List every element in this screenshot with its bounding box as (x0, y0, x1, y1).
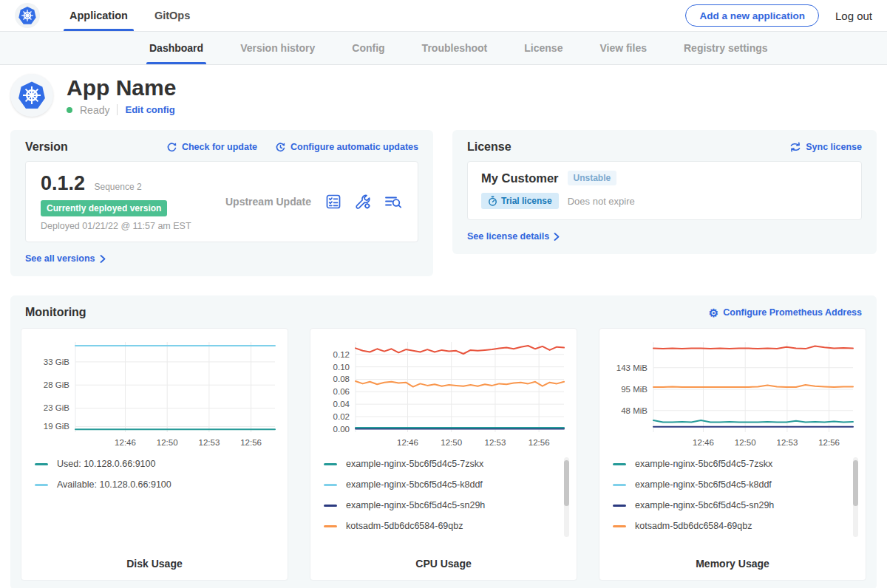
legend-item[interactable]: example-nginx-5bc6f5d4c5-7zskx (324, 459, 557, 469)
legend-scrollbar[interactable] (564, 457, 569, 537)
tab-license[interactable]: License (515, 32, 571, 64)
license-card: License Sync license My Customer Unstabl… (452, 130, 877, 254)
add-new-application-button[interactable]: Add a new application (685, 4, 819, 27)
configure-prometheus-label: Configure Prometheus Address (723, 307, 862, 318)
scrollbar-thumb[interactable] (853, 460, 858, 506)
app-sub-nav: Dashboard Version history Config Trouble… (0, 32, 887, 65)
auto-update-clock-icon (275, 142, 286, 153)
legend-swatch (35, 484, 48, 486)
check-for-update-label: Check for update (182, 142, 257, 152)
legend-item[interactable]: Used: 10.128.0.66:9100 (35, 459, 268, 469)
legend-item[interactable]: example-nginx-5bc6f5d4c5-sn29h (613, 500, 846, 510)
kubernetes-icon (17, 81, 47, 110)
legend-label: kotsadm-5db6dc6584-69qbz (635, 521, 752, 531)
svg-text:23 GiB: 23 GiB (44, 403, 69, 412)
cpu-usage-legend: example-nginx-5bc6f5d4c5-7zskxexample-ng… (310, 451, 577, 553)
update-type-label: Upstream Update (225, 196, 324, 208)
cpu-usage-chart: 0.000.020.040.060.080.100.1212:4612:5012… (310, 335, 577, 451)
deploy-logs-icon[interactable] (384, 193, 403, 211)
legend-item[interactable]: example-nginx-5bc6f5d4c5-k8ddf (324, 479, 557, 490)
topnav-tab-gitops[interactable]: GitOps (144, 0, 200, 31)
currently-deployed-badge: Currently deployed version (41, 200, 167, 216)
svg-text:12:53: 12:53 (485, 438, 506, 447)
legend-label: example-nginx-5bc6f5d4c5-7zskx (346, 459, 483, 469)
svg-text:12:56: 12:56 (818, 438, 840, 447)
legend-item[interactable]: kotsadm-5db6dc6584-69qbz (613, 521, 846, 531)
tab-troubleshoot[interactable]: Troubleshoot (413, 32, 497, 64)
status-dot (67, 107, 72, 113)
chevron-right-icon (100, 255, 106, 263)
config-wrench-icon[interactable] (354, 193, 372, 211)
monitoring-section: Monitoring ⚙ Configure Prometheus Addres… (10, 295, 877, 588)
current-version-row: 0.1.2 Sequence 2 Currently deployed vers… (25, 161, 418, 242)
chart-title: CPU Usage (310, 553, 577, 580)
chevron-right-icon (554, 233, 560, 241)
legend-item[interactable]: Available: 10.128.0.66:9100 (35, 479, 268, 490)
svg-text:0.10: 0.10 (333, 363, 350, 372)
svg-text:0.06: 0.06 (333, 387, 350, 396)
chart-title: Disk Usage (21, 553, 288, 580)
customer-name: My Customer (481, 171, 559, 185)
check-for-update-link[interactable]: Check for update (166, 142, 257, 153)
divider (117, 104, 118, 115)
legend-label: example-nginx-5bc6f5d4c5-k8ddf (635, 479, 772, 490)
svg-text:12:56: 12:56 (529, 438, 550, 447)
memory-usage-chart: 48 MiB95 MiB143 MiB12:4612:5012:5312:56 (599, 335, 866, 451)
deployed-timestamp: Deployed 01/21/22 @ 11:57 am EST (41, 221, 225, 231)
legend-swatch (613, 525, 626, 527)
svg-text:12:50: 12:50 (735, 438, 756, 447)
legend-item[interactable]: kotsadm-5db6dc6584-69qbz (324, 521, 557, 531)
svg-text:0.02: 0.02 (333, 412, 350, 421)
sync-arrows-icon (789, 142, 801, 152)
sync-license-link[interactable]: Sync license (789, 142, 862, 152)
trial-license-badge: Trial license (481, 193, 559, 209)
svg-text:0.04: 0.04 (333, 400, 350, 408)
tab-view-files[interactable]: View files (591, 32, 656, 64)
svg-text:12:50: 12:50 (157, 438, 178, 447)
svg-text:95 MiB: 95 MiB (621, 385, 648, 394)
scrollbar-thumb[interactable] (564, 460, 569, 506)
svg-text:0.00: 0.00 (333, 425, 350, 434)
tab-config[interactable]: Config (343, 32, 393, 64)
tab-dashboard[interactable]: Dashboard (140, 32, 212, 64)
legend-label: example-nginx-5bc6f5d4c5-k8ddf (346, 479, 483, 490)
legend-swatch (324, 463, 337, 465)
legend-swatch (324, 484, 337, 486)
svg-text:48 MiB: 48 MiB (621, 406, 648, 415)
tab-registry-settings[interactable]: Registry settings (675, 32, 777, 64)
gear-icon: ⚙ (709, 307, 718, 318)
charts-row: 19 GiB23 GiB28 GiB33 GiB12:4612:5012:531… (21, 328, 866, 581)
legend-scrollbar[interactable] (853, 457, 858, 537)
legend-label: example-nginx-5bc6f5d4c5-7zskx (635, 459, 772, 469)
channel-badge: Unstable (568, 171, 617, 185)
legend-item[interactable]: example-nginx-5bc6f5d4c5-sn29h (324, 500, 557, 510)
see-license-details-link[interactable]: See license details (467, 231, 560, 242)
svg-text:12:46: 12:46 (397, 438, 418, 447)
stopwatch-icon (488, 196, 497, 206)
legend-swatch (613, 484, 626, 486)
app-avatar (10, 74, 53, 117)
topnav-tab-application[interactable]: Application (59, 0, 138, 31)
memory-usage-chart-card: 48 MiB95 MiB143 MiB12:4612:5012:5312:56 … (599, 328, 866, 581)
edit-config-link[interactable]: Edit config (125, 104, 174, 115)
tab-version-history[interactable]: Version history (231, 32, 324, 64)
configure-prometheus-link[interactable]: ⚙ Configure Prometheus Address (709, 307, 862, 318)
legend-item[interactable]: example-nginx-5bc6f5d4c5-k8ddf (613, 479, 846, 490)
svg-text:28 GiB: 28 GiB (44, 380, 69, 389)
configure-automatic-updates-link[interactable]: Configure automatic updates (275, 142, 418, 153)
refresh-icon (166, 142, 177, 153)
license-summary-row: My Customer Unstable Trial license Does … (467, 161, 862, 220)
kubernetes-icon (18, 6, 37, 25)
disk-usage-chart: 19 GiB23 GiB28 GiB33 GiB12:4612:5012:531… (21, 335, 288, 451)
logout-link[interactable]: Log out (835, 10, 872, 22)
license-expiry: Does not expire (568, 196, 635, 207)
legend-label: Available: 10.128.0.66:9100 (57, 479, 171, 490)
svg-text:12:53: 12:53 (199, 438, 220, 447)
kubernetes-logo-avatar[interactable] (15, 3, 40, 28)
svg-text:0.08: 0.08 (333, 375, 350, 383)
preflight-checks-icon[interactable] (324, 193, 342, 211)
legend-item[interactable]: example-nginx-5bc6f5d4c5-7zskx (613, 459, 846, 469)
configure-automatic-updates-label: Configure automatic updates (290, 142, 418, 152)
disk-usage-legend: Used: 10.128.0.66:9100Available: 10.128.… (21, 451, 288, 553)
see-all-versions-link[interactable]: See all versions (25, 253, 106, 264)
